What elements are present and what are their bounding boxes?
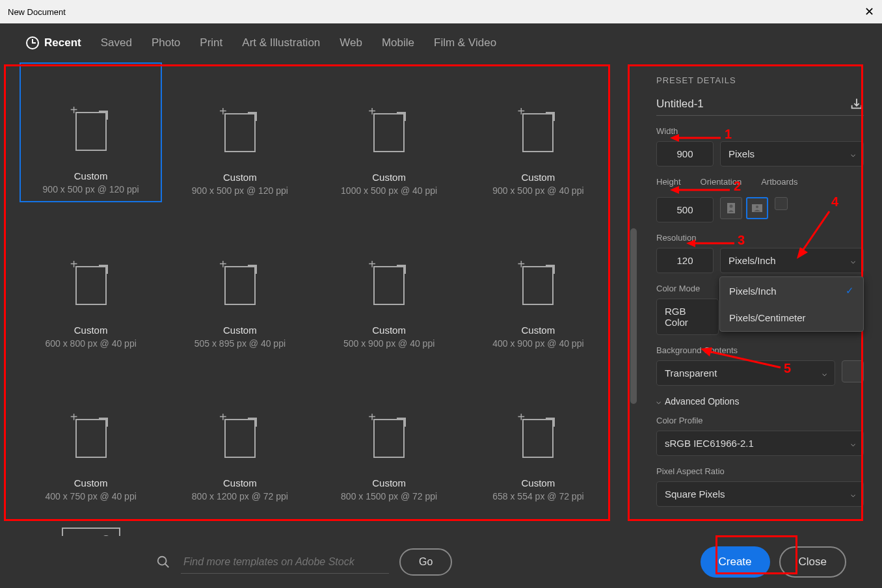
scroll-thumb[interactable] bbox=[630, 228, 637, 404]
bottom-bar: Go Create Close bbox=[0, 536, 882, 588]
preset-item[interactable]: + Custom 1000 x 500 px @ 40 ppi bbox=[318, 62, 461, 202]
preset-dimensions: 600 x 800 px @ 40 ppi bbox=[45, 338, 136, 349]
tab-web[interactable]: Web bbox=[340, 36, 362, 49]
document-icon: + bbox=[518, 412, 557, 458]
preset-name: Custom bbox=[74, 325, 108, 336]
preset-item[interactable] bbox=[20, 521, 162, 536]
document-icon: + bbox=[220, 107, 260, 152]
tab-label: Recent bbox=[44, 36, 81, 49]
svg-point-4 bbox=[158, 557, 167, 565]
preset-name: Custom bbox=[74, 170, 108, 181]
check-icon: ✓ bbox=[846, 285, 854, 297]
preset-item[interactable]: + Custom 600 x 800 px @ 40 ppi bbox=[20, 215, 162, 355]
width-input[interactable] bbox=[656, 141, 714, 167]
preset-item[interactable]: + Custom 658 x 554 px @ 72 ppi bbox=[467, 368, 609, 508]
preset-dimensions: 900 x 500 px @ 120 ppi bbox=[43, 184, 139, 194]
preset-dimensions: 505 x 895 px @ 40 ppi bbox=[194, 338, 286, 349]
bg-color-swatch[interactable] bbox=[842, 360, 864, 382]
search-icon bbox=[156, 555, 170, 569]
resolution-input[interactable] bbox=[656, 248, 714, 273]
color-profile-label: Color Profile bbox=[656, 416, 864, 425]
tab-saved[interactable]: Saved bbox=[101, 36, 132, 49]
preset-item[interactable]: + Custom 505 x 895 px @ 40 ppi bbox=[168, 215, 311, 355]
window-title: New Document bbox=[8, 7, 66, 17]
dropdown-option[interactable]: Pixels/Centimeter bbox=[720, 304, 863, 331]
resolution-unit-dropdown: Pixels/Inch✓ Pixels/Centimeter bbox=[719, 276, 864, 332]
tab-film[interactable]: Film & Video bbox=[434, 36, 496, 49]
height-label: Height bbox=[656, 177, 681, 187]
preset-name: Custom bbox=[522, 325, 555, 336]
height-input[interactable] bbox=[656, 197, 714, 222]
panel-title: PRESET DETAILS bbox=[656, 75, 864, 85]
width-unit-select[interactable]: Pixels⌵ bbox=[720, 141, 864, 167]
chevron-down-icon: ⌵ bbox=[822, 369, 827, 378]
par-label: Pixel Aspect Ratio bbox=[656, 466, 864, 476]
tab-art[interactable]: Art & Illustration bbox=[242, 36, 320, 49]
orientation-landscape[interactable] bbox=[746, 197, 768, 219]
preset-dimensions: 900 x 500 px @ 40 ppi bbox=[492, 185, 583, 196]
preset-item[interactable]: + Custom 900 x 500 px @ 40 ppi bbox=[467, 62, 609, 202]
resolution-unit-select[interactable]: Pixels/Inch⌵ bbox=[720, 248, 864, 273]
close-window-icon[interactable]: ✕ bbox=[864, 5, 874, 19]
tab-print[interactable]: Print bbox=[200, 36, 222, 49]
preset-name: Custom bbox=[223, 325, 257, 336]
document-icon: + bbox=[518, 107, 557, 152]
document-icon: + bbox=[220, 260, 260, 305]
par-select[interactable]: Square Pixels⌵ bbox=[656, 481, 864, 507]
artboards-checkbox[interactable] bbox=[775, 197, 788, 210]
orientation-label: Orientation bbox=[701, 177, 742, 187]
document-icon: + bbox=[220, 412, 260, 458]
save-preset-icon[interactable] bbox=[849, 97, 864, 111]
bg-label: Background Contents bbox=[656, 345, 864, 355]
preset-item[interactable]: + Custom 900 x 500 px @ 120 ppi bbox=[20, 62, 162, 202]
category-tabs: Recent Saved Photo Print Art & Illustrat… bbox=[0, 23, 882, 62]
close-button[interactable]: Close bbox=[779, 546, 846, 578]
bg-contents-select[interactable]: Transparent⌵ bbox=[656, 360, 835, 386]
preset-name: Custom bbox=[522, 477, 555, 488]
chevron-down-icon: ⌵ bbox=[851, 439, 855, 448]
preset-dimensions: 400 x 750 px @ 40 ppi bbox=[45, 491, 136, 501]
preset-name: Custom bbox=[223, 172, 257, 183]
tab-recent[interactable]: Recent bbox=[26, 36, 81, 49]
preset-dimensions: 400 x 900 px @ 40 ppi bbox=[492, 338, 583, 349]
stock-search-input[interactable] bbox=[181, 551, 389, 574]
preset-item[interactable]: + Custom 400 x 900 px @ 40 ppi bbox=[467, 215, 609, 355]
color-profile-select[interactable]: sRGB IEC61966-2.1⌵ bbox=[656, 431, 864, 456]
document-name-input[interactable] bbox=[656, 98, 843, 111]
svg-point-3 bbox=[756, 206, 758, 208]
color-mode-select[interactable]: RGB Color bbox=[656, 299, 719, 335]
orientation-portrait[interactable] bbox=[720, 197, 742, 219]
preset-details-panel: PRESET DETAILS Width Pixels⌵ Height Orie… bbox=[638, 62, 882, 536]
tab-photo[interactable]: Photo bbox=[152, 36, 180, 49]
document-icon: + bbox=[72, 105, 111, 151]
preset-item[interactable]: + Custom 800 x 1500 px @ 72 ppi bbox=[318, 368, 461, 508]
preset-dimensions: 1000 x 500 px @ 40 ppi bbox=[341, 185, 437, 196]
dropdown-option[interactable]: Pixels/Inch✓ bbox=[720, 277, 863, 304]
chevron-down-icon: ⌵ bbox=[656, 397, 661, 406]
document-icon: + bbox=[369, 260, 408, 305]
artboards-label: Artboards bbox=[761, 177, 797, 187]
width-label: Width bbox=[656, 126, 864, 136]
clock-icon bbox=[26, 36, 39, 49]
preset-name: Custom bbox=[74, 477, 108, 488]
preset-name: Custom bbox=[372, 172, 406, 183]
preset-name: Custom bbox=[372, 477, 406, 488]
preset-name: Custom bbox=[372, 325, 406, 336]
scrollbar[interactable] bbox=[629, 62, 638, 536]
chevron-down-icon: ⌵ bbox=[851, 256, 855, 265]
preset-item[interactable]: + Custom 800 x 1200 px @ 72 ppi bbox=[168, 368, 311, 508]
document-icon: + bbox=[369, 107, 408, 152]
document-icon: + bbox=[72, 260, 111, 305]
advanced-options-toggle[interactable]: ⌵ Advanced Options bbox=[656, 396, 864, 407]
title-bar: New Document ✕ bbox=[0, 0, 882, 23]
go-button[interactable]: Go bbox=[399, 548, 452, 576]
create-button[interactable]: Create bbox=[701, 546, 770, 578]
tab-mobile[interactable]: Mobile bbox=[382, 36, 414, 49]
preset-grid: + Custom 900 x 500 px @ 120 ppi+ Custom … bbox=[0, 62, 629, 536]
chevron-down-icon: ⌵ bbox=[851, 490, 855, 499]
chevron-down-icon: ⌵ bbox=[851, 150, 855, 159]
preset-item[interactable]: + Custom 900 x 500 px @ 120 ppi bbox=[168, 62, 311, 202]
preset-name: Custom bbox=[223, 477, 257, 488]
preset-item[interactable]: + Custom 400 x 750 px @ 40 ppi bbox=[20, 368, 162, 508]
preset-item[interactable]: + Custom 500 x 900 px @ 40 ppi bbox=[318, 215, 461, 355]
